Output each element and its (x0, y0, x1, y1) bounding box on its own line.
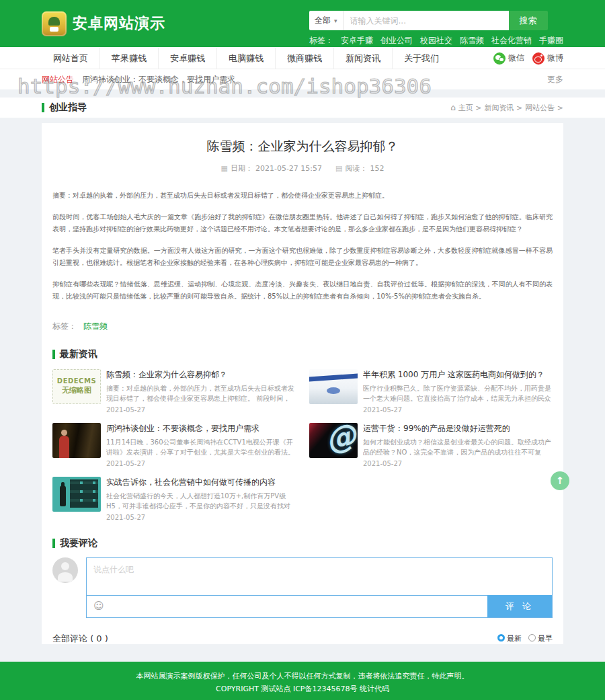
sort-newest-option[interactable]: 最新 (497, 633, 522, 644)
search-category-value: 全部 (315, 15, 331, 26)
news-item[interactable]: 运营干货：99%的产品是没做好运营死的 如何才能创业成功？相信这是创业者最关心的… (309, 423, 553, 467)
hot-tag-link[interactable]: 校园社交 (420, 35, 452, 46)
emoji-icon[interactable]: ☺ (93, 601, 104, 611)
nav-item-home[interactable]: 网站首页 (42, 48, 99, 69)
article-tag-link[interactable]: 陈雪频 (83, 321, 108, 331)
news-excerpt: 医疗行业积弊已久。除了医疗资源紧缺、分配不均外，用药贵是一个老大难问题。它直接抬… (363, 383, 553, 404)
breadcrumb-notice[interactable]: 网站公告 > (525, 103, 563, 113)
nav-item-about[interactable]: 关于我们 (392, 48, 450, 69)
calendar-icon: ▦ (221, 164, 228, 173)
article-views: 152 (370, 164, 384, 173)
news-excerpt: 摘要：对卓越的执着，外部的压力，甚至成功后失去目标或者发现目标错了，都会使得企业… (106, 383, 296, 404)
article-date-label: 日期： (231, 163, 253, 173)
news-excerpt: 社会化营销盛行的今天，人人都想打造10万+,制作百万PV级H5，可并非谁都得心应… (106, 491, 296, 512)
footer-icp-line: COPYRIGHT 测试站点 ICP备12345678号 统计代码 (0, 683, 605, 696)
news-date: 2021-05-27 (363, 460, 553, 467)
green-bar-icon (52, 539, 55, 548)
site-footer: 本网站属演示案例版权保护，任何公司及个人不得以任何方式复制，违者将依法追究责任，… (0, 662, 605, 700)
all-comments-label: 全部评论 ( 0 ) (52, 633, 108, 645)
nav-item-weishang[interactable]: 微商赚钱 (275, 48, 333, 69)
article-paragraph: 前段时间，优客工场创始人毛大庆的一篇文章《跑步治好了我的抑郁症》在微信朋友圈里热… (52, 211, 553, 236)
site-title: 安卓网站演示 (73, 13, 165, 34)
back-to-top-button[interactable]: ↑ (551, 471, 569, 490)
article-paragraph: 摘要：对卓越的执着，外部的压力，甚至成功后失去目标或者发现目标错了，都会使得企业… (52, 190, 553, 202)
news-thumbnail-screens (52, 477, 101, 512)
news-title[interactable]: 陈雪频：企业家为什么容易抑郁？ (106, 369, 296, 381)
news-date: 2021-05-27 (106, 406, 296, 414)
site-logo[interactable]: 安卓网站演示 (42, 10, 165, 37)
news-date: 2021-05-27 (106, 514, 296, 521)
notice-bar: 网站公告 周鸿祎谈创业：不要谈概念，要找用户需求 更多 (0, 69, 605, 89)
hot-tag-link[interactable]: 手赚圈 (539, 35, 563, 46)
article-date: 2021-05-27 15:57 (255, 164, 322, 173)
news-item[interactable]: DEDECMS 无缩略图 陈雪频：企业家为什么容易抑郁？ 摘要：对卓越的执着，外… (52, 369, 296, 414)
news-date: 2021-05-27 (363, 406, 553, 414)
news-title[interactable]: 实战告诉你，社会化营销中如何做可传播的内容 (106, 477, 296, 488)
thumb-text: 无缩略图 (62, 385, 91, 395)
nav-item-news[interactable]: 新闻资讯 (333, 48, 392, 69)
green-bar-icon (52, 350, 55, 359)
news-date: 2021-05-27 (106, 460, 296, 467)
comment-editor: ☺ 评 论 (52, 557, 553, 618)
radio-selected-icon (497, 634, 505, 641)
notice-more-link[interactable]: 更多 (547, 74, 563, 85)
site-logo-icon (42, 11, 67, 36)
news-item[interactable]: 周鸿祎谈创业：不要谈概念，要找用户需求 11月14日晚，360公司董事长周鸿祎在… (52, 423, 296, 467)
hot-tag-link[interactable]: 社会化营销 (491, 35, 532, 46)
search-category-select[interactable]: 全部 ▾ (309, 11, 344, 30)
wechat-icon (493, 52, 506, 65)
nav-item-apple[interactable]: 苹果赚钱 (99, 48, 158, 69)
news-item[interactable]: 半年积累 1000 万用户 这家医药电商如何做到的？ 医疗行业积弊已久。除了医疗… (309, 369, 553, 414)
breadcrumb: ⌂ 主页 > 新闻资讯 > 网站公告 > (450, 103, 563, 113)
article-views-label: 阅读： (345, 163, 367, 173)
section-bar: 创业指导 ⌂ 主页 > 新闻资讯 > 网站公告 > (0, 98, 605, 118)
news-title[interactable]: 运营干货：99%的产品是没做好运营死的 (363, 423, 553, 434)
arrow-up-icon: ↑ (556, 475, 565, 487)
weibo-link[interactable]: 微博 (532, 52, 563, 65)
news-excerpt: 11月14日晚，360公司董事长周鸿祎在CCTV1电视公开课《开讲啦》发表演讲，… (106, 437, 296, 458)
search-input[interactable] (344, 11, 509, 30)
news-title[interactable]: 周鸿祎谈创业：不要谈概念，要找用户需求 (106, 423, 296, 434)
article-body: 摘要：对卓越的执着，外部的压力，甚至成功后失去目标或者发现目标错了，都会使得企业… (52, 190, 553, 303)
main-nav: 网站首页 苹果赚钱 安卓赚钱 电脑赚钱 微商赚钱 新闻资讯 关于我们 微信 微博 (0, 47, 605, 69)
wechat-link[interactable]: 微信 (493, 52, 524, 65)
chevron-down-icon: ▾ (334, 17, 337, 24)
article-tags-label: 标签： (52, 321, 77, 331)
comment-textarea[interactable] (87, 558, 552, 595)
hot-tag-link[interactable]: 安卓手赚 (341, 35, 373, 46)
latest-news-list: DEDECMS 无缩略图 陈雪频：企业家为什么容易抑郁？ 摘要：对卓越的执着，外… (52, 369, 553, 521)
news-thumbnail-speaker (52, 423, 101, 458)
sort-oldest-option[interactable]: 最早 (528, 633, 553, 644)
breadcrumb-home[interactable]: 主页 > (458, 103, 482, 113)
search-button[interactable]: 搜索 (509, 11, 548, 30)
footer-copyright-line: 本网站属演示案例版权保护，任何公司及个人不得以任何方式复制，违者将依法追究责任，… (0, 670, 605, 683)
comments-title: 我要评论 (60, 537, 97, 549)
article-meta: ▦ 日期：2021-05-27 15:57 ▤ 阅读：152 (52, 163, 553, 173)
section-title: 创业指导 (49, 102, 87, 114)
nav-item-pc[interactable]: 电脑赚钱 (216, 48, 275, 69)
weibo-icon (532, 52, 544, 65)
news-item[interactable]: 实战告诉你，社会化营销中如何做可传播的内容 社会化营销盛行的今天，人人都想打造1… (52, 477, 296, 521)
hot-tags-label: 标签： (309, 35, 333, 46)
home-icon: ⌂ (450, 103, 456, 112)
article-paragraph: 抑郁症有哪些表现呢？情绪低落、思维迟缓、运动抑制、心境悲观、态度冷淡、兴趣丧失、… (52, 278, 553, 303)
article-card: 陈雪频：企业家为什么容易抑郁？ ▦ 日期：2021-05-27 15:57 ▤ … (42, 123, 563, 644)
wechat-label: 微信 (508, 52, 524, 64)
hot-tag-link[interactable]: 陈雪频 (460, 35, 484, 46)
read-icon: ▤ (335, 164, 342, 173)
notice-link[interactable]: 周鸿祎谈创业：不要谈概念，要找用户需求 (82, 74, 235, 85)
sort-newest-label: 最新 (507, 634, 522, 643)
article-paragraph: 笔者手头并没有定量研究的数据。一方面没有人做这方面的研究，一方面这个研究也很难做… (52, 245, 553, 270)
breadcrumb-news[interactable]: 新闻资讯 > (485, 103, 523, 113)
avatar (52, 557, 78, 583)
site-header: 安卓网站演示 全部 ▾ 搜索 标签： 安卓手赚 创业公司 校园社交 陈雪频 社会… (0, 0, 605, 47)
comment-submit-button[interactable]: 评 论 (487, 595, 552, 617)
hot-tags: 标签： 安卓手赚 创业公司 校园社交 陈雪频 社会化营销 手赚圈 (309, 35, 563, 46)
notice-label: 网站公告 (42, 74, 74, 85)
news-thumbnail-hall (309, 369, 358, 404)
hot-tag-link[interactable]: 创业公司 (380, 35, 413, 46)
news-thumbnail-at-sign (309, 423, 358, 458)
nav-item-android[interactable]: 安卓赚钱 (158, 48, 216, 69)
news-title[interactable]: 半年积累 1000 万用户 这家医药电商如何做到的？ (363, 369, 553, 381)
thumb-text: DEDECMS (57, 377, 96, 385)
